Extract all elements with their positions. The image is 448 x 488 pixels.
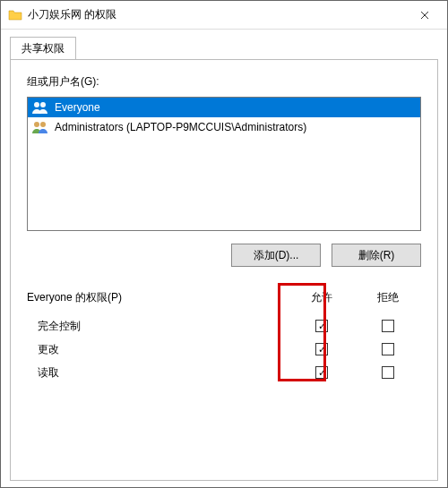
add-button[interactable]: 添加(D)... (231, 244, 321, 267)
allow-checkbox[interactable] (315, 343, 328, 355)
list-item-label: Administrators (LAPTOP-P9MCCUIS\Administ… (55, 121, 306, 133)
button-row: 添加(D)... 删除(R) (27, 244, 421, 267)
column-allow: 允许 (289, 290, 355, 305)
permission-name: 更改 (27, 342, 289, 357)
list-item[interactable]: Administrators (LAPTOP-P9MCCUIS\Administ… (28, 117, 420, 137)
group-icon (31, 100, 49, 115)
list-item[interactable]: Everyone (28, 98, 420, 117)
allow-checkbox[interactable] (315, 320, 328, 332)
tab-share-permissions[interactable]: 共享权限 (10, 37, 76, 60)
list-item-label: Everyone (55, 101, 100, 114)
permissions-header: Everyone 的权限(P) 允许 拒绝 (27, 290, 421, 305)
allow-checkbox[interactable] (315, 366, 328, 379)
permission-row: 更改 (27, 338, 421, 361)
permission-name: 读取 (27, 365, 289, 381)
permission-row: 完全控制 (27, 314, 421, 338)
column-deny: 拒绝 (355, 290, 421, 305)
group-icon (31, 120, 49, 134)
window-title: 小刀娱乐网 的权限 (28, 7, 404, 22)
permission-name: 完全控制 (27, 319, 289, 334)
folder-icon (8, 8, 22, 22)
deny-checkbox[interactable] (382, 366, 394, 379)
title-bar: 小刀娱乐网 的权限 (1, 1, 447, 30)
tab-panel: 组或用户名(G): Everyone Administrators (LAPT (10, 59, 438, 481)
deny-checkbox[interactable] (382, 320, 394, 332)
deny-checkbox[interactable] (382, 343, 394, 355)
tab-strip: 共享权限 (1, 30, 447, 59)
principals-listbox[interactable]: Everyone Administrators (LAPTOP-P9MCCUIS… (27, 97, 421, 231)
permission-row: 读取 (27, 361, 421, 384)
permissions-section: Everyone 的权限(P) 允许 拒绝 完全控制 更改 读取 (27, 290, 421, 384)
svg-point-1 (40, 102, 46, 107)
remove-button[interactable]: 删除(R) (332, 244, 421, 267)
svg-point-2 (34, 122, 39, 127)
groups-label: 组或用户名(G): (27, 74, 421, 90)
close-button[interactable] (404, 1, 445, 30)
svg-point-3 (40, 122, 46, 127)
svg-point-0 (34, 102, 39, 107)
permissions-label: Everyone 的权限(P) (27, 290, 289, 305)
